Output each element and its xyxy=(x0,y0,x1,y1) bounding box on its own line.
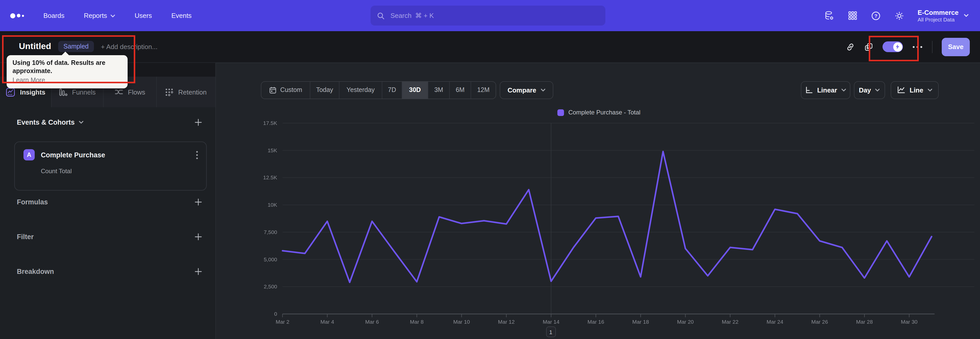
add-formulas-button[interactable] xyxy=(194,198,202,206)
add-breakdown-button[interactable] xyxy=(194,268,202,275)
search-input[interactable] xyxy=(390,11,599,20)
scale-linear-button[interactable]: Linear xyxy=(801,81,850,99)
chart-type-line-button[interactable]: Line xyxy=(891,81,939,99)
add-to-board-button[interactable] xyxy=(864,42,873,51)
report-title[interactable]: Untitled xyxy=(19,42,51,52)
nav-item-label: Events xyxy=(171,12,192,19)
calendar-icon xyxy=(269,86,277,94)
range-3m[interactable]: 3M xyxy=(428,82,450,98)
chart-area: CustomTodayYesterday7D30D3M6M12M Compare… xyxy=(215,62,980,339)
search-icon xyxy=(377,11,385,20)
apps-grid-button[interactable] xyxy=(848,11,858,21)
range-today[interactable]: Today xyxy=(310,82,339,98)
events-cohorts-title[interactable]: Events & Cohorts xyxy=(17,118,84,126)
chevron-down-icon xyxy=(110,14,115,18)
sampling-tooltip: Using 10% of data. Results are approxima… xyxy=(6,55,127,88)
chevron-down-icon xyxy=(875,88,880,92)
add-filter-button[interactable] xyxy=(194,233,202,241)
range-custom[interactable]: Custom xyxy=(261,82,310,98)
tooltip-text: Using 10% of data. Results are approxima… xyxy=(13,59,121,75)
range-label: 3M xyxy=(434,86,443,93)
top-navbar: BoardsReportsUsersEvents ? E-Commerce Al… xyxy=(0,0,980,31)
tab-retention[interactable]: Retention xyxy=(156,77,215,107)
report-header: Untitled Sampled + Add description... Sa… xyxy=(0,31,980,62)
nav-item-events[interactable]: Events xyxy=(171,12,192,19)
y-tick-label: 7,500 xyxy=(264,229,277,235)
save-button[interactable]: Save xyxy=(942,38,970,56)
y-tick-label: 15K xyxy=(268,147,277,153)
x-tick-label: Mar 18 xyxy=(632,319,649,325)
x-tick-label: Mar 16 xyxy=(587,319,604,325)
mixpanel-logo[interactable] xyxy=(10,13,24,18)
add-event-button[interactable] xyxy=(194,118,202,126)
event-metric[interactable]: Count Total xyxy=(41,168,206,175)
range-7d[interactable]: 7D xyxy=(382,82,402,98)
tab-label: Flows xyxy=(128,88,145,96)
axis-scale-icon xyxy=(805,86,813,94)
nav-right: ? E-Commerce All Project Data xyxy=(824,0,980,31)
header-divider xyxy=(932,41,932,53)
toggle-knob xyxy=(893,42,902,51)
x-tick-label: Mar 28 xyxy=(856,319,873,325)
section-label: Formulas xyxy=(17,198,48,206)
share-link-button[interactable] xyxy=(846,42,855,51)
x-tick-label: Mar 4 xyxy=(321,319,334,325)
chart-type-label: Line xyxy=(910,86,923,94)
interval-label: Day xyxy=(859,86,871,94)
event-menu-button[interactable] xyxy=(195,149,199,160)
y-tick-labels: 02,5005,0007,50010K12.5K15K17.5K xyxy=(263,120,277,317)
y-tick-label: 0 xyxy=(274,311,277,317)
more-options-button[interactable] xyxy=(912,45,923,48)
nav-item-label: Reports xyxy=(84,12,107,19)
event-card[interactable]: A Complete Purchase Count Total xyxy=(14,142,207,190)
pagination-page[interactable]: 1 xyxy=(546,326,555,337)
nav-item-reports[interactable]: Reports xyxy=(84,12,115,19)
range-6m[interactable]: 6M xyxy=(450,82,471,98)
project-selector[interactable]: E-Commerce All Project Data xyxy=(918,8,969,23)
legend: Complete Purchase - Total xyxy=(557,109,640,116)
insights-icon xyxy=(6,87,15,97)
compare-label: Compare xyxy=(508,86,536,94)
interval-day-button[interactable]: Day xyxy=(854,81,885,99)
x-tick-label: Mar 6 xyxy=(365,319,379,325)
chart-svg: 02,5005,0007,50010K12.5K15K17.5KMar 2Mar… xyxy=(220,118,980,339)
range-yesterday[interactable]: Yesterday xyxy=(339,82,382,98)
range-label: 7D xyxy=(388,86,396,93)
series-line[interactable] xyxy=(283,152,932,282)
mixpanel-app: BoardsReportsUsersEvents ? E-Commerce Al… xyxy=(0,0,980,339)
search-bar[interactable] xyxy=(371,6,605,26)
sampled-badge[interactable]: Sampled xyxy=(59,41,94,52)
x-tick-label: Mar 22 xyxy=(722,319,738,325)
nav-item-users[interactable]: Users xyxy=(135,12,152,19)
date-range-control: CustomTodayYesterday7D30D3M6M12M xyxy=(261,81,496,99)
sampling-toggle[interactable] xyxy=(883,42,903,52)
logo-dot-large xyxy=(10,13,15,18)
y-tick-label: 5,000 xyxy=(264,256,277,262)
nav-item-boards[interactable]: Boards xyxy=(43,12,64,19)
x-tick-label: Mar 8 xyxy=(410,319,424,325)
nav-item-label: Boards xyxy=(43,12,64,19)
legend-label: Complete Purchase - Total xyxy=(568,109,640,116)
x-tick-labels: Mar 2Mar 4Mar 6Mar 8Mar 10Mar 12Mar 14Ma… xyxy=(275,319,918,325)
data-management-button[interactable] xyxy=(824,10,835,21)
sidebar: InsightsFunnelsFlowsRetention Events & C… xyxy=(0,62,215,339)
x-tick-label: Mar 10 xyxy=(453,319,470,325)
help-button[interactable]: ? xyxy=(871,10,881,21)
compare-button[interactable]: Compare xyxy=(500,81,553,99)
x-ticks xyxy=(283,314,909,317)
x-tick-label: Mar 26 xyxy=(811,319,828,325)
settings-gear-button[interactable] xyxy=(894,10,904,21)
range-12m[interactable]: 12M xyxy=(471,82,496,98)
project-scope: All Project Data xyxy=(918,16,959,23)
funnels-icon xyxy=(59,88,67,96)
range-label: 12M xyxy=(477,86,490,93)
range-30d[interactable]: 30D xyxy=(402,82,428,98)
range-label: 30D xyxy=(409,86,421,93)
add-description[interactable]: + Add description... xyxy=(101,43,158,51)
section-label: Breakdown xyxy=(17,268,54,275)
logo-dot-small xyxy=(22,14,24,17)
x-tick-label: Mar 30 xyxy=(901,319,918,325)
query-panel: Events & Cohorts A Complete Purchase Cou… xyxy=(0,107,215,339)
event-letter-badge: A xyxy=(24,149,35,160)
learn-more-link[interactable]: Learn More xyxy=(13,77,45,83)
